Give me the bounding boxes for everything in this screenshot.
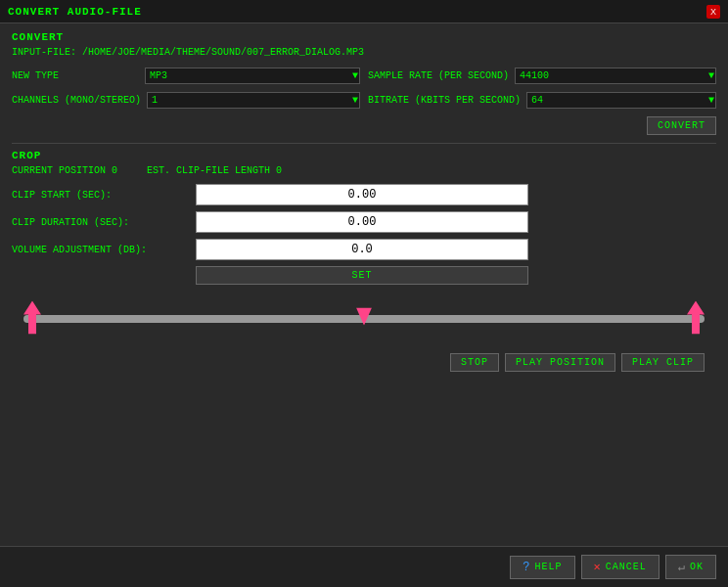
crop-section: CROP CURRENT POSITION 0 EST. CLIP-FILE L… [12,150,716,285]
sample-rate-select[interactable]: 44100 22050 11025 8000 [515,68,716,84]
input-file-path: /HOME/JOE/MEDIA/THEME/SOUND/007_ERROR_DI… [82,47,364,58]
slider-mid-marker[interactable] [356,313,372,326]
new-type-select[interactable]: MP3 WAV OGG FLAC [145,68,360,84]
convert-form-grid: NEW TYPE MP3 WAV OGG FLAC ▼ SAMPLE RATE … [12,68,716,109]
est-clip-length-label: EST. CLIP-FILE LENGTH [147,165,270,176]
current-position-value: 0 [112,165,117,176]
volume-adj-input[interactable] [196,239,528,260]
input-file-row: INPUT-FILE: /HOME/JOE/MEDIA/THEME/SOUND/… [12,47,716,58]
play-position-button[interactable]: PLAY POSITION [505,353,615,372]
channels-dropdown-wrapper: 1 2 ▼ [147,92,360,109]
channels-label: CHANNELS (MONO/STEREO) [12,95,141,106]
clip-start-row: CLIP START (SEC): [12,184,716,205]
clip-duration-row: CLIP DURATION (SEC): [12,211,716,233]
clip-start-label: CLIP START (SEC): [12,190,188,201]
window-title: CONVERT AUDIO-FILE [8,6,142,18]
input-file-label: INPUT-FILE: [12,47,76,58]
set-button[interactable]: SET [196,266,528,285]
close-button[interactable]: X [706,5,720,19]
slider-container [23,294,705,343]
sample-rate-label: SAMPLE RATE (PER SECOND) [368,70,509,81]
slider-track[interactable] [23,315,705,323]
clip-start-input[interactable] [196,184,528,205]
convert-button[interactable]: CONVERT [647,116,716,135]
sample-rate-row: SAMPLE RATE (PER SECOND) 44100 22050 110… [368,68,716,84]
help-icon: ? [523,561,530,574]
ok-button[interactable]: ↵ OK [665,555,716,579]
ok-label: OK [690,562,704,572]
bitrate-select[interactable]: 64 128 192 256 320 [526,92,716,109]
bottom-bar: ? HELP ✕ CANCEL ↵ OK [0,546,728,587]
playback-row: STOP PLAY POSITION PLAY CLIP [23,353,705,372]
slider-left-marker[interactable] [23,301,41,338]
crop-info-row: CURRENT POSITION 0 EST. CLIP-FILE LENGTH… [12,165,716,176]
divider [12,143,716,144]
cancel-label: CANCEL [606,562,647,572]
channels-select[interactable]: 1 2 [147,92,360,109]
svg-marker-1 [356,308,372,326]
ok-icon: ↵ [678,560,686,574]
convert-btn-row: CONVERT [12,116,716,135]
clip-duration-label: CLIP DURATION (SEC): [12,217,188,228]
main-content: CONVERT INPUT-FILE: /HOME/JOE/MEDIA/THEM… [0,23,728,385]
sample-rate-dropdown-wrapper: 44100 22050 11025 8000 ▼ [515,68,716,84]
cancel-button[interactable]: ✕ CANCEL [581,555,660,579]
crop-section-label: CROP [12,150,716,161]
cancel-icon: ✕ [594,560,602,574]
bitrate-dropdown-wrapper: 64 128 192 256 320 ▼ [526,92,716,109]
current-position-label: CURRENT POSITION [12,165,106,176]
volume-adj-label: VOLUME ADJUSTMENT (DB): [12,245,188,255]
current-position-item: CURRENT POSITION 0 [12,165,117,176]
est-clip-length-item: EST. CLIP-FILE LENGTH 0 [147,165,282,176]
volume-adj-row: VOLUME ADJUSTMENT (DB): [12,239,716,260]
title-bar: CONVERT AUDIO-FILE X [0,0,728,23]
channels-row: CHANNELS (MONO/STEREO) 1 2 ▼ [12,92,360,109]
help-label: HELP [534,562,562,572]
new-type-label: NEW TYPE [12,70,139,81]
convert-section-label: CONVERT [12,31,716,43]
new-type-row: NEW TYPE MP3 WAV OGG FLAC ▼ [12,68,360,84]
clip-duration-input[interactable] [196,211,528,233]
stop-button[interactable]: STOP [450,353,499,372]
new-type-dropdown-wrapper: MP3 WAV OGG FLAC ▼ [145,68,360,84]
help-button[interactable]: ? HELP [510,556,574,579]
slider-right-marker[interactable] [687,301,705,338]
svg-marker-0 [23,301,41,335]
play-clip-button[interactable]: PLAY CLIP [621,353,705,372]
bitrate-label: BITRATE (KBITS PER SECOND) [368,95,521,106]
set-btn-row: SET [12,266,716,285]
bitrate-row: BITRATE (KBITS PER SECOND) 64 128 192 25… [368,92,716,109]
svg-marker-2 [687,301,705,335]
est-clip-length-value: 0 [276,165,282,176]
